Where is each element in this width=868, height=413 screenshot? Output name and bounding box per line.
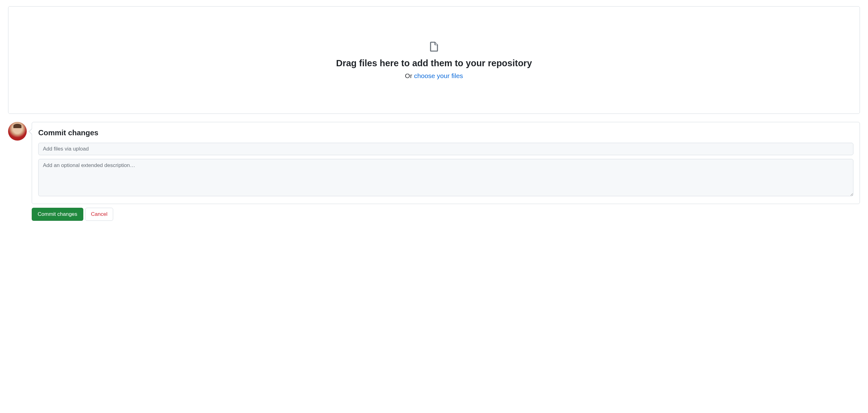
commit-panel: Commit changes <box>32 122 860 204</box>
dropzone-title: Drag files here to add them to your repo… <box>336 58 532 68</box>
commit-heading: Commit changes <box>38 128 854 137</box>
file-icon <box>428 41 440 58</box>
file-dropzone[interactable]: Drag files here to add them to your repo… <box>8 6 860 114</box>
commit-description-textarea[interactable] <box>38 159 854 196</box>
avatar <box>8 122 27 141</box>
dropzone-or-text: Or <box>405 72 414 79</box>
commit-summary-input[interactable] <box>38 143 854 155</box>
cancel-button[interactable]: Cancel <box>85 208 114 221</box>
dropzone-subtext: Or choose your files <box>405 72 463 80</box>
commit-changes-button[interactable]: Commit changes <box>32 208 83 221</box>
choose-files-link[interactable]: choose your files <box>414 72 463 79</box>
